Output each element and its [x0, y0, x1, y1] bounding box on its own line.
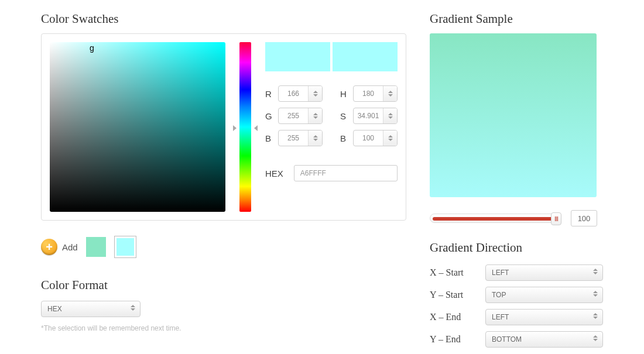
- h-stepper[interactable]: [383, 86, 397, 101]
- x-end-label: X – End: [430, 312, 485, 322]
- s-spinner[interactable]: [353, 108, 398, 124]
- color-format-select[interactable]: HEX: [41, 301, 141, 317]
- color-format-title: Color Format: [41, 278, 406, 293]
- select-arrows-icon: [131, 305, 135, 311]
- hsb-b-label: B: [340, 133, 353, 143]
- color-swatches-title: Color Swatches: [41, 12, 406, 26]
- swatch-2-selected[interactable]: [114, 236, 136, 258]
- x-start-select[interactable]: LEFT: [485, 264, 603, 281]
- y-end-label: Y – End: [430, 334, 485, 345]
- hex-input[interactable]: [294, 165, 398, 181]
- sv-marker: g: [90, 43, 94, 53]
- hue-strip[interactable]: [239, 42, 251, 212]
- h-label: H: [340, 89, 353, 99]
- y-start-value: TOP: [492, 291, 506, 299]
- b-input[interactable]: [279, 130, 308, 146]
- y-start-label: Y – Start: [430, 290, 485, 300]
- gradient-sample-title: Gradient Sample: [430, 12, 603, 26]
- hsb-b-stepper[interactable]: [383, 130, 397, 146]
- new-color-swatch: [265, 42, 330, 71]
- b-spinner[interactable]: [278, 130, 323, 146]
- h-spinner[interactable]: [353, 85, 398, 102]
- current-color-preview: [265, 42, 398, 71]
- x-end-select[interactable]: LEFT: [485, 309, 603, 325]
- x-end-value: LEFT: [492, 313, 509, 321]
- g-stepper[interactable]: [308, 108, 322, 123]
- b-label: B: [265, 133, 278, 143]
- select-arrows-icon: [593, 313, 598, 319]
- x-start-label: X – Start: [430, 267, 485, 278]
- slider-track: [433, 217, 556, 221]
- hex-label: HEX: [265, 169, 283, 178]
- y-end-value: BOTTOM: [492, 335, 522, 343]
- r-spinner[interactable]: [278, 85, 323, 102]
- hsb-b-spinner[interactable]: [353, 130, 398, 146]
- h-input[interactable]: [354, 86, 383, 101]
- select-arrows-icon: [593, 335, 598, 341]
- r-label: R: [265, 89, 278, 99]
- saturation-value-area[interactable]: g: [50, 42, 225, 212]
- s-stepper[interactable]: [383, 108, 397, 123]
- y-start-select[interactable]: TOP: [485, 287, 603, 303]
- select-arrows-icon: [593, 269, 598, 274]
- add-label: Add: [62, 242, 78, 252]
- plus-icon: +: [41, 239, 57, 255]
- gradient-slider[interactable]: [430, 214, 561, 223]
- hsb-b-input[interactable]: [354, 130, 383, 146]
- r-stepper[interactable]: [308, 86, 322, 101]
- r-input[interactable]: [279, 86, 308, 101]
- swatch-1[interactable]: [86, 237, 106, 257]
- hue-pointer-left: [234, 42, 237, 212]
- y-end-select[interactable]: BOTTOM: [485, 331, 603, 348]
- gradient-direction-title: Gradient Direction: [430, 240, 603, 255]
- select-arrows-icon: [593, 291, 598, 297]
- b-stepper[interactable]: [308, 130, 322, 146]
- add-swatch-button[interactable]: + Add: [41, 239, 78, 255]
- s-label: S: [340, 111, 353, 121]
- hue-column: [234, 42, 257, 212]
- slider-handle[interactable]: [551, 212, 561, 225]
- slider-value-input[interactable]: [571, 210, 597, 226]
- s-input[interactable]: [354, 108, 383, 123]
- hue-pointer-right: [254, 42, 257, 212]
- format-hint: *The selection will be remembered next t…: [41, 324, 406, 332]
- gradient-sample-preview: [430, 33, 597, 197]
- color-format-value: HEX: [47, 305, 62, 313]
- old-color-swatch: [333, 42, 398, 71]
- g-spinner[interactable]: [278, 108, 323, 124]
- g-label: G: [265, 111, 278, 121]
- x-start-value: LEFT: [492, 269, 509, 277]
- color-picker-panel: g R: [41, 33, 406, 221]
- g-input[interactable]: [279, 108, 308, 123]
